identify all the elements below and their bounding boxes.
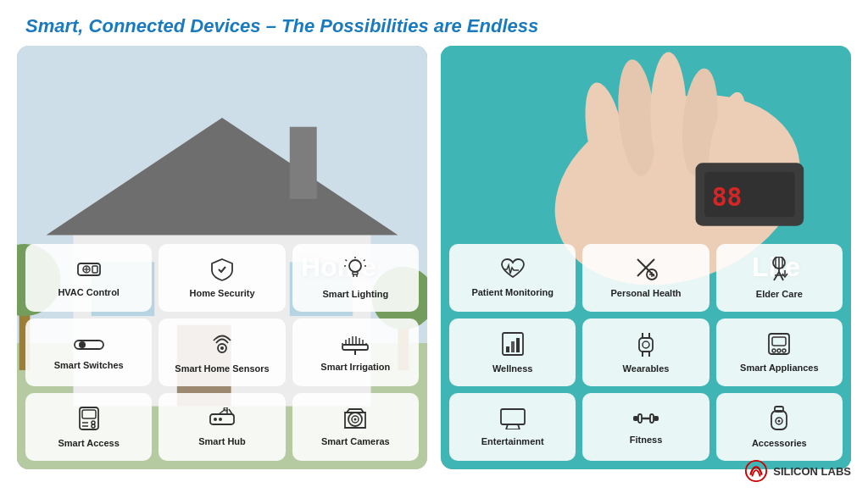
access-icon bbox=[78, 406, 100, 435]
svg-point-48 bbox=[219, 418, 222, 421]
fitness-icon bbox=[632, 409, 660, 431]
svg-line-77 bbox=[774, 272, 779, 280]
irrigation-icon bbox=[341, 333, 370, 358]
life-item-personal-health[interactable]: Personal Health bbox=[582, 244, 709, 312]
svg-rect-81 bbox=[511, 341, 515, 352]
hub-icon bbox=[209, 407, 236, 433]
entertainment-label: Entertainment bbox=[481, 436, 544, 447]
personal-health-icon bbox=[633, 258, 659, 285]
svg-point-106 bbox=[778, 420, 781, 423]
accessories-label: Accessories bbox=[752, 438, 807, 449]
cameras-label: Smart Cameras bbox=[321, 436, 390, 447]
svg-point-47 bbox=[214, 418, 217, 421]
access-label: Smart Access bbox=[58, 438, 119, 449]
svg-rect-101 bbox=[633, 416, 638, 421]
svg-rect-30 bbox=[342, 345, 368, 350]
life-item-patient-monitoring[interactable]: Patient Monitoring bbox=[449, 244, 576, 312]
svg-rect-16 bbox=[92, 266, 97, 273]
svg-line-20 bbox=[364, 260, 365, 262]
svg-rect-82 bbox=[516, 338, 520, 352]
irrigation-label: Smart Irrigation bbox=[320, 362, 390, 373]
life-item-wellness[interactable]: Wellness bbox=[449, 319, 576, 386]
svg-rect-80 bbox=[506, 346, 509, 352]
home-item-switches[interactable]: Smart Switches bbox=[25, 319, 152, 386]
silicon-labs-text: SILICON LABS bbox=[773, 465, 851, 478]
accessories-icon bbox=[768, 406, 790, 435]
svg-point-29 bbox=[220, 346, 224, 350]
svg-rect-23 bbox=[353, 272, 358, 274]
cameras-icon bbox=[342, 407, 368, 433]
life-item-wearables[interactable]: Wearables bbox=[582, 319, 709, 386]
switches-label: Smart Switches bbox=[54, 360, 124, 371]
svg-point-91 bbox=[772, 349, 776, 352]
home-item-hub[interactable]: Smart Hub bbox=[159, 393, 285, 461]
home-item-sensors[interactable]: Smart Home Sensors bbox=[159, 319, 285, 386]
fitness-label: Fitness bbox=[630, 435, 663, 446]
wearables-icon bbox=[635, 331, 657, 360]
life-item-elder-care[interactable]: Elder Care bbox=[716, 244, 843, 312]
svg-point-45 bbox=[92, 424, 95, 428]
life-grid: Patient Monitoring Personal Health bbox=[449, 244, 843, 461]
home-item-hvac[interactable]: HVAC Control bbox=[25, 244, 152, 312]
hub-label: Smart Hub bbox=[198, 436, 246, 447]
wearables-label: Wearables bbox=[623, 363, 670, 374]
hvac-label: HVAC Control bbox=[58, 287, 120, 298]
svg-rect-83 bbox=[639, 338, 653, 352]
lighting-icon bbox=[343, 257, 367, 285]
svg-rect-90 bbox=[772, 337, 786, 346]
main-content: Home HVAC Control bbox=[0, 46, 868, 478]
entertainment-icon bbox=[499, 407, 526, 433]
silicon-labs-logo: SILICON LABS bbox=[744, 459, 851, 483]
svg-point-93 bbox=[782, 349, 786, 352]
home-item-irrigation[interactable]: Smart Irrigation bbox=[292, 319, 419, 386]
life-item-smart-appliances[interactable]: Smart Appliances bbox=[716, 319, 843, 386]
elder-care-icon bbox=[768, 257, 790, 285]
home-item-cameras[interactable]: Smart Cameras bbox=[292, 393, 419, 461]
patient-monitoring-label: Patient Monitoring bbox=[471, 287, 554, 298]
svg-rect-99 bbox=[638, 414, 642, 423]
elder-care-label: Elder Care bbox=[756, 289, 803, 300]
hvac-icon bbox=[76, 258, 102, 284]
security-icon bbox=[210, 258, 234, 285]
wellness-icon bbox=[501, 331, 525, 360]
life-panel: 88 Life Patient Monitoring bbox=[441, 46, 851, 469]
svg-line-19 bbox=[346, 260, 348, 262]
svg-rect-94 bbox=[501, 409, 525, 424]
switches-icon bbox=[74, 335, 104, 357]
sensors-icon bbox=[210, 331, 234, 360]
svg-point-92 bbox=[777, 349, 781, 352]
svg-rect-104 bbox=[775, 407, 783, 412]
personal-health-label: Personal Health bbox=[610, 288, 681, 299]
page-title: Smart, Connected Devices – The Possibili… bbox=[0, 0, 868, 46]
home-item-security[interactable]: Home Security bbox=[159, 244, 285, 312]
home-item-lighting[interactable]: Smart Lighting bbox=[292, 244, 419, 312]
life-item-fitness[interactable]: Fitness bbox=[582, 393, 709, 461]
home-panel: Home HVAC Control bbox=[17, 46, 427, 469]
svg-rect-102 bbox=[654, 416, 659, 421]
life-item-accessories[interactable]: Accessories bbox=[716, 393, 843, 461]
svg-point-56 bbox=[354, 418, 357, 421]
sensors-label: Smart Home Sensors bbox=[175, 363, 269, 374]
svg-rect-41 bbox=[82, 410, 96, 418]
smart-appliances-icon bbox=[767, 332, 791, 359]
security-label: Home Security bbox=[189, 288, 254, 299]
wellness-label: Wellness bbox=[492, 363, 533, 374]
home-grid: HVAC Control Home Security bbox=[25, 244, 419, 461]
home-item-access[interactable]: Smart Access bbox=[25, 393, 152, 461]
lighting-label: Smart Lighting bbox=[323, 289, 389, 300]
patient-monitoring-icon bbox=[500, 258, 526, 284]
svg-point-17 bbox=[349, 260, 361, 272]
svg-point-27 bbox=[79, 341, 86, 348]
svg-point-88 bbox=[643, 341, 649, 348]
svg-rect-100 bbox=[650, 414, 654, 423]
life-item-entertainment[interactable]: Entertainment bbox=[449, 393, 576, 461]
smart-appliances-label: Smart Appliances bbox=[740, 363, 819, 374]
